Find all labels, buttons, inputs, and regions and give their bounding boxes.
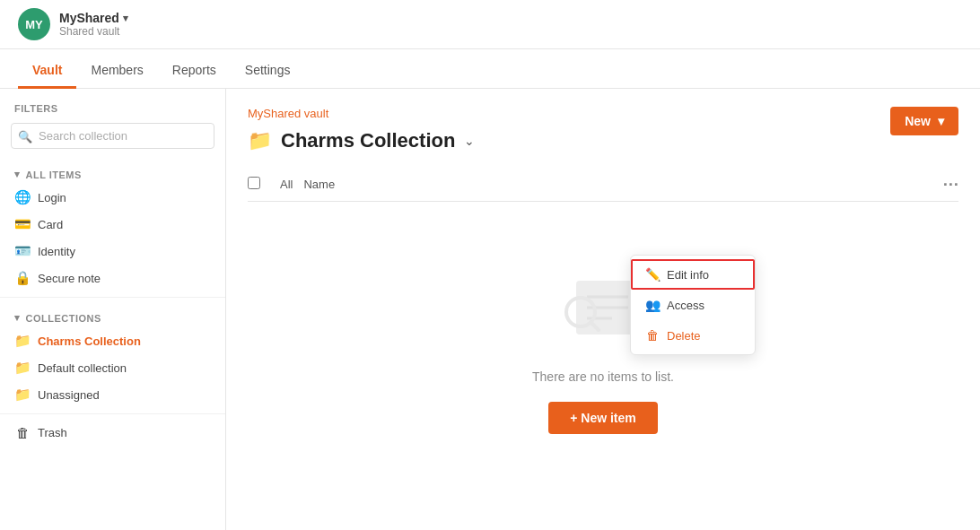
main-layout: FILTERS 🔍 ▾ All items 🌐 Login 💳 Card 🪪 I… [0, 89, 980, 530]
vault-name[interactable]: MyShared ▾ [59, 11, 128, 25]
trash-icon: 🗑 [14, 425, 31, 440]
new-button-chevron-icon: ▾ [938, 114, 944, 128]
edit-icon: ✏️ [645, 267, 660, 282]
sidebar-divider-2 [0, 413, 225, 414]
dropdown-item-delete[interactable]: 🗑 Delete [631, 320, 755, 351]
col-name-label: Name [303, 178, 932, 191]
tab-settings[interactable]: Settings [231, 54, 305, 89]
default-collection-icon: 📁 [14, 360, 31, 376]
sidebar-item-trash[interactable]: 🗑 Trash [0, 420, 225, 446]
search-icon: 🔍 [18, 129, 32, 143]
breadcrumb: MyShared vault [248, 107, 958, 120]
table-header: All Name ⋯ [248, 167, 958, 202]
charms-collection-icon: 📁 [14, 333, 31, 349]
card-icon: 💳 [14, 216, 31, 232]
collection-chevron-icon[interactable]: ⌄ [464, 134, 475, 148]
collection-folder-icon: 📁 [248, 129, 272, 152]
content-area: New ▾ MyShared vault 📁 Charms Collection… [226, 89, 980, 530]
sidebar-item-default-collection[interactable]: 📁 Default collection [0, 354, 225, 381]
tab-reports[interactable]: Reports [158, 54, 231, 89]
select-all-checkbox-wrap [248, 177, 269, 192]
sidebar-item-label: Trash [38, 426, 67, 439]
avatar: MY [18, 8, 50, 40]
more-options-button[interactable]: ⋯ [942, 174, 958, 194]
search-box: 🔍 [11, 123, 214, 149]
sidebar-item-label: Charms Collection [38, 335, 141, 348]
tab-members[interactable]: Members [76, 54, 157, 89]
sidebar-item-label: Card [38, 218, 63, 231]
sidebar: FILTERS 🔍 ▾ All items 🌐 Login 💳 Card 🪪 I… [0, 89, 226, 530]
vault-chevron-icon: ▾ [123, 13, 128, 24]
sidebar-item-label: Identity [38, 245, 75, 258]
all-items-section: ▾ All items [0, 160, 225, 184]
secure-note-icon: 🔒 [14, 270, 31, 286]
header: MY MyShared ▾ Shared vault [0, 0, 980, 49]
nav-tabs: Vault Members Reports Settings [0, 49, 980, 89]
all-items-chevron-icon: ▾ [14, 169, 21, 180]
sidebar-item-charms-collection[interactable]: 📁 Charms Collection [0, 327, 225, 354]
header-title: MyShared ▾ Shared vault [59, 11, 128, 38]
sidebar-item-identity[interactable]: 🪪 Identity [0, 238, 225, 265]
sidebar-item-label: Unassigned [38, 388, 100, 402]
collection-header: 📁 Charms Collection ⌄ [248, 129, 958, 152]
dropdown-item-edit-info[interactable]: ✏️ Edit info [631, 259, 755, 290]
identity-icon: 🪪 [14, 243, 31, 259]
sidebar-item-card[interactable]: 💳 Card [0, 211, 225, 238]
collections-label: Collections [26, 313, 101, 324]
search-input[interactable] [11, 123, 214, 149]
select-all-checkbox[interactable] [248, 177, 260, 189]
sidebar-item-label: Default collection [38, 361, 127, 375]
filters-label: FILTERS [0, 103, 225, 123]
login-icon: 🌐 [14, 189, 31, 205]
sidebar-item-login[interactable]: 🌐 Login [0, 184, 225, 211]
collections-chevron-icon: ▾ [14, 312, 21, 324]
sidebar-item-secure-note[interactable]: 🔒 Secure note [0, 265, 225, 291]
sidebar-divider [0, 297, 225, 298]
unassigned-icon: 📁 [14, 387, 31, 403]
sidebar-item-label: Secure note [38, 272, 101, 285]
empty-state-text: There are no items to list. [532, 369, 674, 384]
vault-subtitle: Shared vault [59, 25, 128, 38]
dropdown-menu: ✏️ Edit info 👥 Access 🗑 Delete [630, 255, 756, 355]
dropdown-item-access[interactable]: 👥 Access [631, 290, 755, 320]
sidebar-item-label: Login [38, 191, 66, 204]
new-item-button[interactable]: + New item [548, 402, 658, 434]
sidebar-item-unassigned[interactable]: 📁 Unassigned [0, 381, 225, 408]
access-icon: 👥 [645, 298, 660, 312]
delete-icon: 🗑 [645, 328, 660, 343]
col-all-label: All [280, 178, 293, 191]
collection-title: Charms Collection [281, 129, 455, 152]
all-items-label: All items [26, 169, 82, 180]
empty-state: There are no items to list. + New item [248, 209, 958, 461]
collections-section: ▾ Collections [0, 303, 225, 327]
tab-vault[interactable]: Vault [18, 54, 76, 89]
